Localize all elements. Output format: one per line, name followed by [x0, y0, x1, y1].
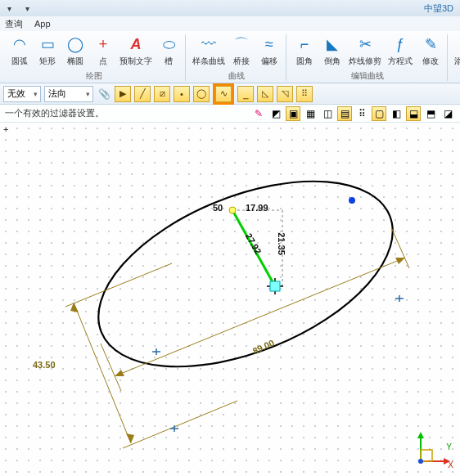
text-button[interactable]: A预制文字 [120, 34, 152, 67]
cube4-icon[interactable]: ◫ [320, 106, 335, 121]
tb-wave[interactable]: ∿ [215, 86, 232, 102]
secondary-toolbar: 无效 法向 📎 ▶ ╱ ⧄ • ◯ ∿ ⎯ ◺ ◹ ⠿ [0, 83, 460, 105]
bridge-icon: ⌒ [232, 34, 251, 54]
clip-icon[interactable]: 📎 [97, 87, 111, 101]
axis-x: X [448, 460, 453, 469]
svg-line-6 [101, 344, 121, 391]
arc-icon: ◠ [10, 34, 29, 54]
app-title: 中望3D [424, 2, 457, 15]
menubar: 查询 App [0, 16, 460, 31]
tb-dot[interactable]: • [174, 86, 190, 102]
addcon-button[interactable]: ⊥添加约束 [454, 34, 460, 67]
tb-slash2[interactable]: ⧄ [154, 86, 170, 102]
slot-icon: ⬭ [159, 34, 178, 54]
offset-button[interactable]: ≈偏移 [258, 34, 281, 67]
trim-icon: ✂ [355, 34, 375, 54]
tb-grip[interactable]: ⠿ [296, 86, 313, 102]
cube2-icon[interactable]: ▣ [286, 106, 300, 121]
menu-query[interactable]: 查询 [5, 18, 23, 30]
direction-combo[interactable]: 法向 [44, 86, 93, 102]
dim-r[interactable]: 50 [213, 203, 223, 213]
ellipse-icon: ◯ [65, 34, 85, 54]
cube3-icon[interactable]: ▦ [303, 106, 318, 121]
point-button[interactable]: +点 [92, 34, 115, 67]
expand-plus[interactable]: + [3, 124, 8, 134]
rect-icon: ▭ [38, 34, 57, 54]
text-icon: A [126, 34, 146, 54]
tb-circle[interactable]: ◯ [193, 86, 210, 102]
equation-icon: ƒ [390, 34, 410, 54]
fillet-icon: ⌐ [295, 34, 314, 54]
dim-minor-group [65, 263, 237, 448]
spline-button[interactable]: 〰样条曲线 [192, 34, 225, 67]
titlebar: ▾ ▾ 中望3D [0, 0, 460, 16]
ribbon-group-curve: 〰样条曲线 ⌒桥接 ≈偏移 曲线 [187, 34, 286, 81]
ribbon-group-draw: ◠圆弧 ▭矩形 ◯椭圆 +点 A预制文字 ⬭槽 绘图 [3, 34, 186, 81]
status-message: 一个有效的过滤器设置。 [5, 107, 104, 119]
svg-marker-13 [417, 432, 424, 438]
cap3-icon[interactable]: ◪ [440, 106, 455, 121]
sketch-overlay [0, 123, 460, 476]
bridge-button[interactable]: ⌒桥接 [230, 34, 253, 67]
axis-triad: Y X [414, 430, 452, 468]
svg-line-2 [115, 258, 405, 376]
modify-button[interactable]: ✎修改 [419, 34, 442, 67]
cap2-icon[interactable]: ⬒ [423, 106, 438, 121]
dim-seg2[interactable]: 21.35 [277, 232, 286, 255]
sketch-canvas[interactable]: 89.00 43.50 27.92 21.35 17.99 50 Y X + [0, 123, 460, 476]
ellipse-point[interactable] [349, 197, 355, 204]
tb-tri[interactable]: ◺ [257, 86, 273, 102]
spline-icon: 〰 [199, 34, 219, 54]
point-icon: + [93, 34, 113, 54]
svg-line-11 [123, 401, 237, 448]
tb-play[interactable]: ▶ [115, 86, 131, 102]
ribbon-group-constraint: ⊥添加约束 ⏚固定 HOR水平 约束 [449, 34, 460, 81]
rect-button[interactable]: ▭矩形 [36, 34, 59, 67]
qat-dropdown-2[interactable]: ▾ [21, 2, 33, 14]
ribbon-group-edit: ⌐圆角 ◣倒角 ✂炸线修剪 ƒ方程式 ✎修改 编辑曲线 [288, 34, 448, 81]
grid-icon[interactable]: ▤ [337, 106, 352, 121]
svg-point-17 [418, 459, 423, 464]
group-label-curve: 曲线 [228, 70, 245, 82]
group-label-edit: 编辑曲线 [351, 70, 384, 82]
qat-dropdown[interactable]: ▾ [3, 2, 15, 14]
mode-combo[interactable]: 无效 [3, 86, 41, 102]
trim-button[interactable]: ✂炸线修剪 [349, 34, 381, 67]
tb-bar[interactable]: ⎯ [237, 86, 254, 102]
chamfer-icon: ◣ [322, 34, 342, 54]
tb-tri2[interactable]: ◹ [277, 86, 293, 102]
endpoint-handle[interactable] [229, 207, 236, 213]
center-handle[interactable] [270, 281, 280, 291]
menu-app[interactable]: App [34, 19, 51, 29]
square-icon[interactable]: ▢ [372, 106, 386, 121]
equation-button[interactable]: ƒ方程式 [386, 34, 414, 67]
slot-button[interactable]: ⬭槽 [157, 34, 180, 67]
status-line: 一个有效的过滤器设置。 ✎ ◩ ▣ ▦ ◫ ▤ ⠿ ▢ ◧ ⬓ ⬒ ◪ [0, 105, 460, 123]
ellipse-shape[interactable] [72, 144, 419, 405]
axis-y: Y [446, 442, 452, 451]
ribbon: ◠圆弧 ▭矩形 ◯椭圆 +点 A预制文字 ⬭槽 绘图 〰样条曲线 ⌒桥接 ≈偏移… [0, 31, 460, 83]
dim-minor[interactable]: 43.50 [33, 360, 56, 370]
modify-icon: ✎ [421, 34, 440, 54]
group-label-draw: 绘图 [86, 70, 102, 82]
dim-top[interactable]: 17.99 [246, 203, 268, 213]
pencil-icon[interactable]: ✎ [251, 106, 266, 121]
chamfer-button[interactable]: ◣倒角 [321, 34, 344, 67]
dots-icon[interactable]: ⠿ [354, 106, 369, 121]
arc-button[interactable]: ◠圆弧 [8, 34, 31, 67]
cube1-icon[interactable]: ◩ [268, 106, 283, 121]
fillet-button[interactable]: ⌐圆角 [293, 34, 316, 67]
constraint-marks [152, 295, 404, 432]
cap-icon[interactable]: ⬓ [406, 106, 421, 121]
fill-icon[interactable]: ◧ [389, 106, 404, 121]
ellipse-button[interactable]: ◯椭圆 [64, 34, 87, 67]
offset-icon: ≈ [259, 34, 279, 54]
tb-slash[interactable]: ╱ [134, 86, 151, 102]
